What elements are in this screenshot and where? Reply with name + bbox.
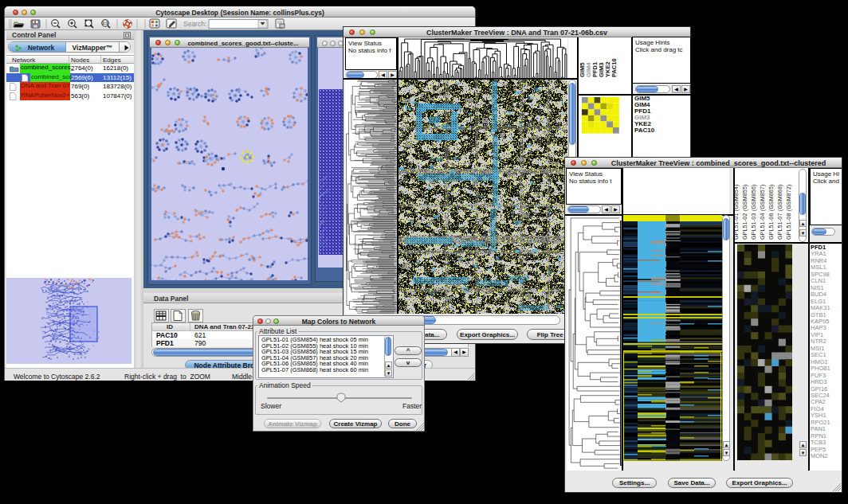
svg-text:1:1: 1:1	[102, 21, 108, 25]
svg-text:Search:: Search:	[183, 20, 206, 28]
